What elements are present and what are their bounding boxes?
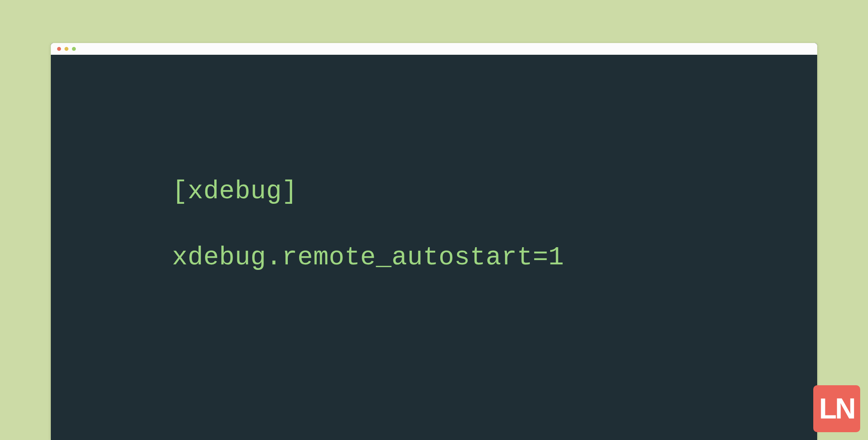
close-icon[interactable] [57, 47, 61, 51]
maximize-icon[interactable] [72, 47, 76, 51]
code-line: xdebug.remote_autostart=1 [172, 242, 817, 273]
minimize-icon[interactable] [65, 47, 68, 51]
code-line: [xdebug] [172, 176, 817, 207]
window-titlebar [51, 43, 817, 55]
terminal-window: [xdebug] xdebug.remote_autostart=1 [51, 43, 817, 440]
terminal-content: [xdebug] xdebug.remote_autostart=1 [51, 55, 817, 273]
logo-badge: LN [813, 385, 860, 432]
logo-text: LN [819, 394, 855, 423]
blank-line [172, 207, 817, 242]
